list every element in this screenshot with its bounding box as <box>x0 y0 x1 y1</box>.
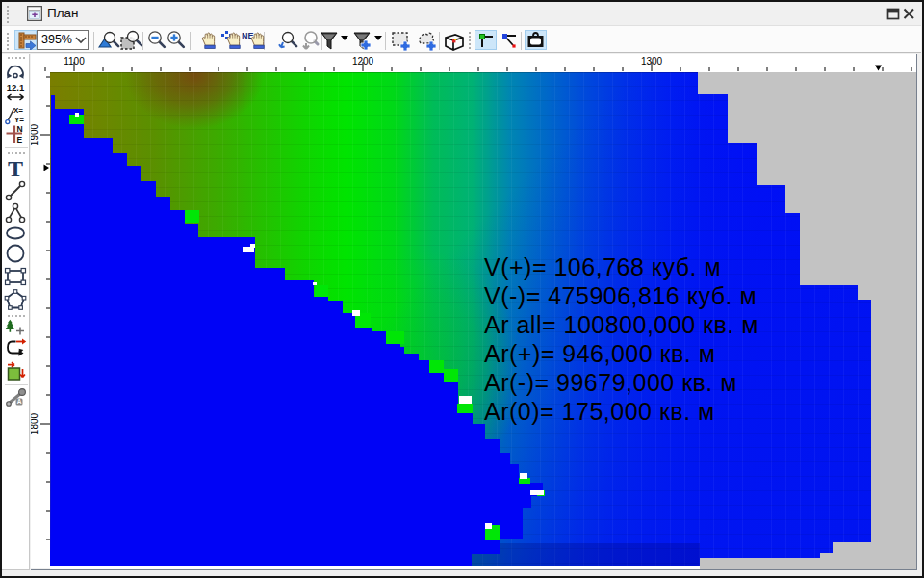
svg-text:1300: 1300 <box>641 56 663 66</box>
svg-text:12.1: 12.1 <box>7 82 25 92</box>
svg-text:A: A <box>17 398 22 405</box>
svg-text:T: T <box>8 157 23 180</box>
svg-text:1900: 1900 <box>31 123 39 145</box>
svg-text:E: E <box>17 135 23 144</box>
svg-text:N: N <box>17 124 23 134</box>
svg-text:1200: 1200 <box>352 56 374 66</box>
svg-text:X=: X= <box>13 106 23 115</box>
svg-text:1100: 1100 <box>64 56 85 66</box>
svg-text:1800: 1800 <box>31 412 39 434</box>
